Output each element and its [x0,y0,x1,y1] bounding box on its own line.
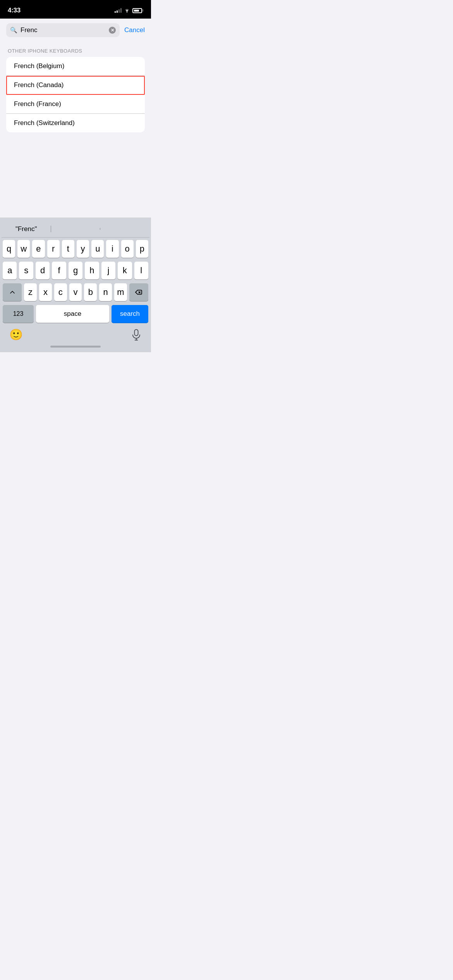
numeric-key[interactable]: 123 [3,305,34,323]
signal-icon [115,8,122,13]
emoji-mic-row: 🙂 [2,325,149,343]
result-item-3[interactable]: French (Switzerland) [6,114,145,132]
clear-search-button[interactable]: ✕ [109,27,116,34]
search-key[interactable]: search [112,305,148,323]
status-time: 4:33 [8,7,21,14]
home-bar [50,346,101,348]
key-v[interactable]: v [69,283,82,301]
key-c[interactable]: c [54,283,67,301]
keyboard-area: "Frenc" q w e r t y u i o p a s d f g h … [0,218,151,352]
status-icons [115,8,143,13]
key-t[interactable]: t [62,240,74,258]
key-i[interactable]: i [106,240,118,258]
wifi-icon [124,8,130,13]
key-row-3: z x c v b n m [3,283,148,301]
key-h[interactable]: h [85,262,99,279]
autocomplete-word-2[interactable] [100,228,149,231]
space-key[interactable]: space [36,305,109,323]
search-bar[interactable]: 🔍 ✕ [6,23,120,37]
emoji-button[interactable]: 🙂 [9,328,23,341]
key-q[interactable]: q [3,240,15,258]
result-item-0[interactable]: French (Belgium) [6,57,145,76]
section-header: OTHER IPHONE KEYBOARDS [0,40,151,57]
autocomplete-word-1[interactable] [51,228,100,231]
key-z[interactable]: z [24,283,37,301]
key-x[interactable]: x [39,283,52,301]
result-item-1[interactable]: French (Canada) [6,76,145,95]
key-row-1: q w e r t y u i o p [3,240,148,258]
home-indicator [2,343,149,352]
key-k[interactable]: k [118,262,132,279]
key-a[interactable]: a [3,262,17,279]
shift-key[interactable] [3,283,22,301]
key-l[interactable]: l [134,262,148,279]
key-e[interactable]: e [32,240,45,258]
search-input[interactable] [21,26,106,34]
key-b[interactable]: b [84,283,97,301]
content-spacer [0,132,151,218]
autocomplete-word-0[interactable]: "Frenc" [2,224,51,235]
result-item-2[interactable]: French (France) [6,95,145,114]
status-bar: 4:33 [0,0,151,19]
key-row-2: a s d f g h j k l [3,262,148,279]
key-s[interactable]: s [19,262,33,279]
key-f[interactable]: f [52,262,66,279]
key-d[interactable]: d [36,262,50,279]
search-area: 🔍 ✕ Cancel [0,19,151,40]
autocomplete-bar: "Frenc" [2,221,149,238]
key-o[interactable]: o [121,240,134,258]
mic-button[interactable] [131,329,142,341]
key-u[interactable]: u [91,240,104,258]
key-m[interactable]: m [114,283,127,301]
key-r[interactable]: r [47,240,60,258]
svg-rect-3 [134,329,138,336]
key-g[interactable]: g [69,262,82,279]
svg-point-0 [127,12,127,13]
search-icon: 🔍 [10,27,17,34]
key-n[interactable]: n [99,283,112,301]
battery-icon [132,8,143,13]
key-y[interactable]: y [77,240,89,258]
key-p[interactable]: p [136,240,148,258]
cancel-button[interactable]: Cancel [124,26,145,34]
keyboard-rows: q w e r t y u i o p a s d f g h j k l [2,240,149,301]
results-list: French (Belgium) French (Canada) French … [6,57,145,132]
key-w[interactable]: w [17,240,30,258]
key-j[interactable]: j [101,262,115,279]
delete-key[interactable] [129,283,148,301]
bottom-key-row: 123 space search [2,305,149,323]
